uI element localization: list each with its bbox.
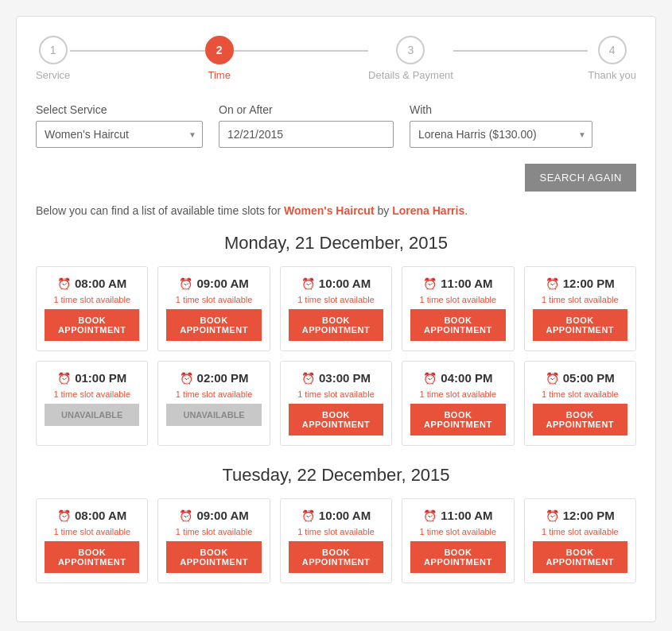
date-filter: On or After [219, 103, 394, 148]
book-button-0-1[interactable]: BOOK APPOINTMENT [166, 309, 261, 341]
search-again-row: SEARCH AGAIN [36, 164, 636, 192]
slot-availability-1-1: 1 time slot available [176, 527, 253, 536]
with-select-wrapper: Lorena Harris ($130.00) [410, 121, 592, 148]
clock-icon: ⏰ [546, 277, 559, 290]
slot-card-1-0: ⏰ 08:00 AM1 time slot availableBOOK APPO… [36, 498, 148, 583]
slot-time-0-9: ⏰ 05:00 PM [546, 371, 615, 385]
with-select[interactable]: Lorena Harris ($130.00) [410, 121, 592, 148]
clock-icon: ⏰ [57, 372, 71, 385]
book-button-0-3[interactable]: BOOK APPOINTMENT [410, 309, 505, 341]
clock-icon: ⏰ [179, 277, 192, 290]
main-container: 1 Service 2 Time 3 Details & Payment 4 T… [16, 16, 656, 622]
slot-card-0-8: ⏰ 04:00 PM1 time slot availableBOOK APPO… [402, 361, 514, 446]
step-1-circle: 1 [39, 36, 68, 64]
book-button-1-4[interactable]: BOOK APPOINTMENT [533, 541, 627, 573]
step-1: 1 Service [36, 36, 70, 81]
slot-time-0-1: ⏰ 09:00 AM [179, 277, 248, 290]
step-1-label: Service [36, 69, 70, 81]
book-button-1-2[interactable]: BOOK APPOINTMENT [289, 541, 383, 573]
search-again-button[interactable]: SEARCH AGAIN [525, 164, 636, 192]
book-button-1-0[interactable]: BOOK APPOINTMENT [45, 541, 139, 573]
slot-card-0-5: ⏰ 01:00 PM1 time slot availableUNAVAILAB… [36, 361, 148, 446]
slot-availability-0-6: 1 time slot available [176, 389, 253, 399]
date-input[interactable] [219, 121, 394, 148]
info-prefix: Below you can find a list of available t… [36, 204, 284, 217]
step-2: 2 Time [205, 36, 234, 81]
book-button-0-2[interactable]: BOOK APPOINTMENT [289, 309, 383, 341]
clock-icon: ⏰ [57, 509, 71, 522]
slot-card-1-1: ⏰ 09:00 AM1 time slot availableBOOK APPO… [157, 498, 270, 583]
slot-availability-0-2: 1 time slot available [297, 295, 375, 304]
book-button-1-3[interactable]: BOOK APPOINTMENT [410, 541, 505, 573]
slot-time-1-2: ⏰ 10:00 AM [301, 509, 371, 522]
clock-icon: ⏰ [546, 509, 559, 522]
step-2-circle: 2 [205, 36, 234, 64]
slot-availability-0-8: 1 time slot available [420, 389, 497, 399]
slot-card-0-7: ⏰ 03:00 PM1 time slot availableBOOK APPO… [280, 361, 392, 446]
slots-grid-0: ⏰ 08:00 AM1 time slot availableBOOK APPO… [36, 266, 636, 446]
clock-icon: ⏰ [301, 277, 315, 290]
step-2-label: Time [208, 69, 230, 81]
clock-icon: ⏰ [57, 277, 71, 290]
book-button-0-9[interactable]: BOOK APPOINTMENT [533, 404, 627, 436]
step-line-2 [234, 50, 368, 52]
book-button-0-4[interactable]: BOOK APPOINTMENT [533, 309, 627, 341]
book-button-1-1[interactable]: BOOK APPOINTMENT [166, 541, 261, 573]
slot-card-1-4: ⏰ 12:00 PM1 time slot availableBOOK APPO… [524, 498, 636, 583]
book-button-0-8[interactable]: BOOK APPOINTMENT [410, 404, 505, 436]
step-4: 4 Thank you [588, 36, 636, 81]
slot-card-1-3: ⏰ 11:00 AM1 time slot availableBOOK APPO… [402, 498, 514, 583]
slot-availability-0-5: 1 time slot available [53, 389, 130, 399]
slot-card-0-4: ⏰ 12:00 PM1 time slot availableBOOK APPO… [524, 266, 636, 351]
day-section-1: Tuesday, 22 December, 2015⏰ 08:00 AM1 ti… [36, 465, 636, 583]
slot-time-0-0: ⏰ 08:00 AM [57, 277, 126, 290]
clock-icon: ⏰ [423, 372, 437, 385]
clock-icon: ⏰ [301, 372, 315, 385]
slot-time-0-7: ⏰ 03:00 PM [301, 371, 371, 385]
book-button-0-0[interactable]: BOOK APPOINTMENT [45, 309, 139, 341]
clock-icon: ⏰ [423, 509, 437, 522]
slot-card-0-0: ⏰ 08:00 AM1 time slot availableBOOK APPO… [36, 266, 148, 351]
step-line-3 [453, 50, 588, 52]
book-button-0-7[interactable]: BOOK APPOINTMENT [289, 404, 383, 436]
with-label: With [410, 103, 592, 116]
slots-grid-1: ⏰ 08:00 AM1 time slot availableBOOK APPO… [36, 498, 636, 583]
service-select[interactable]: Women's Haircut [36, 121, 203, 148]
step-4-circle: 4 [598, 36, 627, 64]
slot-card-0-3: ⏰ 11:00 AM1 time slot availableBOOK APPO… [402, 266, 514, 351]
with-filter: With Lorena Harris ($130.00) [410, 103, 592, 148]
filters-row: Select Service Women's Haircut On or Aft… [36, 103, 636, 148]
info-service: Women's Haircut [284, 204, 375, 217]
slot-availability-0-3: 1 time slot available [420, 295, 497, 304]
clock-icon: ⏰ [179, 509, 192, 522]
slot-time-1-4: ⏰ 12:00 PM [546, 509, 615, 522]
step-4-label: Thank you [588, 69, 636, 81]
info-provider: Lorena Harris [392, 204, 464, 217]
unavailable-button-0-6: UNAVAILABLE [166, 404, 261, 426]
slot-time-0-2: ⏰ 10:00 AM [301, 277, 371, 290]
slot-time-0-5: ⏰ 01:00 PM [57, 371, 126, 385]
slot-card-0-9: ⏰ 05:00 PM1 time slot availableBOOK APPO… [524, 361, 636, 446]
stepper: 1 Service 2 Time 3 Details & Payment 4 T… [36, 36, 636, 81]
info-suffix: . [464, 204, 468, 217]
slot-card-1-2: ⏰ 10:00 AM1 time slot availableBOOK APPO… [280, 498, 392, 583]
slot-card-0-2: ⏰ 10:00 AM1 time slot availableBOOK APPO… [280, 266, 392, 351]
slot-availability-0-7: 1 time slot available [297, 389, 375, 399]
service-filter: Select Service Women's Haircut [36, 103, 203, 148]
slot-availability-1-3: 1 time slot available [420, 527, 497, 536]
info-text: Below you can find a list of available t… [36, 204, 636, 217]
slot-availability-0-1: 1 time slot available [176, 295, 253, 304]
clock-icon: ⏰ [301, 509, 315, 522]
step-3-circle: 3 [396, 36, 425, 64]
slot-time-1-1: ⏰ 09:00 AM [179, 509, 248, 522]
unavailable-button-0-5: UNAVAILABLE [45, 404, 139, 426]
step-3-label: Details & Payment [368, 69, 453, 81]
service-select-wrapper: Women's Haircut [36, 121, 203, 148]
clock-icon: ⏰ [180, 372, 193, 385]
slot-card-0-1: ⏰ 09:00 AM1 time slot availableBOOK APPO… [157, 266, 270, 351]
slot-availability-1-4: 1 time slot available [542, 527, 619, 536]
slot-availability-1-0: 1 time slot available [53, 527, 130, 536]
slot-availability-0-4: 1 time slot available [542, 295, 619, 304]
days-container: Monday, 21 December, 2015⏰ 08:00 AM1 tim… [36, 233, 636, 583]
day-heading-1: Tuesday, 22 December, 2015 [36, 465, 636, 486]
